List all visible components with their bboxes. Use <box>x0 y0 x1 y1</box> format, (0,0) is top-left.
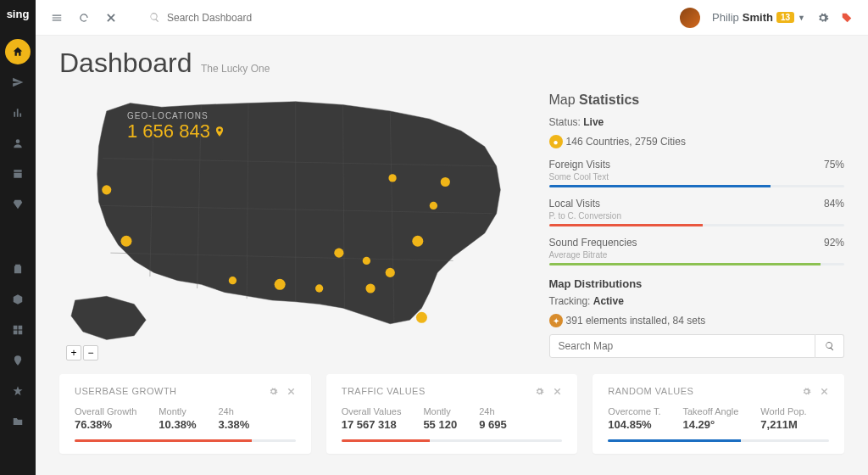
refresh-icon <box>78 12 90 24</box>
svg-point-18 <box>412 236 423 247</box>
user-last: Smith <box>743 11 773 24</box>
box-icon <box>12 168 24 180</box>
progress-label: Sound Frequencies <box>549 237 637 249</box>
map-widget: GEO-LOCATIONS 1 656 843 <box>59 86 532 360</box>
widget-close[interactable] <box>820 387 829 396</box>
close-button[interactable] <box>105 12 117 24</box>
svg-point-19 <box>430 202 437 210</box>
chevron-down-icon: ▼ <box>798 14 805 22</box>
metric-label: World Pop. <box>760 406 806 416</box>
menu-icon <box>51 12 63 24</box>
nav-grid[interactable] <box>5 317 31 343</box>
folder-icon <box>12 416 24 428</box>
countries-text: 146 Countries, 2759 Cities <box>566 136 686 148</box>
elements-text: 391 elements installed, 84 sets <box>566 315 706 327</box>
progress-label: Foreign Visits <box>549 159 610 170</box>
widget-settings[interactable] <box>802 387 811 396</box>
metric-label: Takeoff Angle <box>683 406 739 416</box>
widget: TRAFFIC VALUESOverall Values17 567 318Mo… <box>326 374 578 454</box>
svg-point-14 <box>334 249 343 258</box>
metric-value: 10.38% <box>159 418 196 431</box>
nav-clipboard[interactable] <box>5 256 31 282</box>
user-menu[interactable]: Philip Smith 13 ▼ <box>712 11 805 24</box>
widget-settings[interactable] <box>269 387 278 396</box>
svg-point-15 <box>363 257 370 265</box>
search-input[interactable] <box>167 12 294 24</box>
topbar: Philip Smith 13 ▼ <box>36 0 868 36</box>
page-title: Dashboard <box>59 48 192 79</box>
nav-stats[interactable] <box>5 100 31 126</box>
svg-point-17 <box>386 268 395 277</box>
diamond-icon <box>12 198 24 210</box>
tag-icon <box>841 12 853 24</box>
search-icon <box>825 341 835 351</box>
progress-pct: 84% <box>824 198 844 210</box>
commerce-button[interactable] <box>841 12 853 24</box>
refresh-button[interactable] <box>78 12 90 24</box>
search-map-input[interactable] <box>549 334 815 358</box>
progress-sub: Some Cool Text <box>549 172 844 182</box>
home-icon <box>12 46 24 58</box>
widget-close[interactable] <box>553 387 562 396</box>
metric-label: Montly <box>423 406 457 416</box>
widget-title: TRAFFIC VALUES <box>342 386 426 396</box>
search-icon <box>149 12 160 23</box>
svg-point-21 <box>388 174 396 182</box>
nav-folder[interactable] <box>5 409 31 434</box>
progress-label: Local Visits <box>549 198 600 210</box>
nav-user[interactable] <box>5 131 31 156</box>
svg-point-16 <box>365 283 375 293</box>
cube-icon <box>12 293 24 305</box>
metric-label: Overall Values <box>342 406 402 416</box>
avatar[interactable] <box>680 8 700 28</box>
close-icon <box>105 12 117 24</box>
svg-point-9 <box>102 185 111 194</box>
search-map-button[interactable] <box>815 334 844 358</box>
widget: RANDOM VALUESOvercome T.104.85%Takeoff A… <box>593 374 844 454</box>
svg-point-12 <box>275 279 286 290</box>
svg-point-13 <box>315 284 323 292</box>
map-label: GEO-LOCATIONS <box>127 111 225 120</box>
svg-point-10 <box>120 236 131 247</box>
send-icon <box>12 76 24 88</box>
widget-bar <box>75 439 296 442</box>
svg-point-11 <box>229 277 236 284</box>
metric-value: 104.85% <box>608 418 660 431</box>
svg-point-20 <box>441 177 450 187</box>
settings-button[interactable] <box>817 12 829 24</box>
nav-pin[interactable] <box>5 348 31 373</box>
metric-label: Overcome T. <box>608 406 660 416</box>
widget-title: RANDOM VALUES <box>608 386 693 396</box>
pin-icon <box>12 355 24 366</box>
sidebar: sing <box>0 0 36 475</box>
user-first: Philip <box>712 11 739 24</box>
progress-bar <box>549 263 844 265</box>
widget: USERBASE GROWTHOverall Growth76.38%Montl… <box>59 374 311 454</box>
nav-cube[interactable] <box>5 287 31 312</box>
progress-pct: 92% <box>824 237 844 249</box>
progress-sub: Average Bitrate <box>549 250 844 260</box>
progress-pct: 75% <box>824 159 844 170</box>
map-count: 1 656 843 <box>127 120 225 142</box>
nav-diamond[interactable] <box>5 192 31 217</box>
menu-toggle[interactable] <box>51 12 63 24</box>
widget-settings[interactable] <box>535 387 544 396</box>
star-icon <box>12 385 24 397</box>
grid-icon <box>12 324 24 336</box>
widget-bar <box>608 439 829 442</box>
map-statistics: Map Statistics Status: Live ●146 Countri… <box>549 86 844 360</box>
nav-box[interactable] <box>5 161 31 187</box>
progress-bar <box>549 185 844 187</box>
nav-star[interactable] <box>5 378 31 404</box>
widget-close[interactable] <box>287 387 296 396</box>
metric-value: 55 120 <box>423 418 457 431</box>
page-subtitle: The Lucky One <box>201 63 270 75</box>
map-zoom-in[interactable]: + <box>66 345 81 360</box>
nav-home[interactable] <box>5 39 31 64</box>
pin-icon <box>214 124 225 139</box>
metric-label: Montly <box>159 406 196 416</box>
map-zoom-out[interactable]: − <box>83 345 98 360</box>
nav-send[interactable] <box>5 70 31 95</box>
pin-icon: ● <box>549 135 563 148</box>
metric-value: 14.29° <box>683 418 739 431</box>
